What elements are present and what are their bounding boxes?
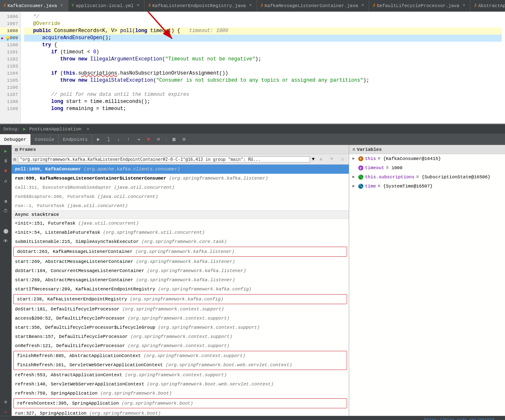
code-line-1104: if (this.subscriptions.hasNoSubscription… bbox=[24, 70, 502, 77]
frame-item[interactable]: poll:1099, KafkaConsumer (org.apache.kaf… bbox=[12, 165, 349, 174]
p-icon: p bbox=[358, 165, 363, 170]
tab-endpoints[interactable]: Endpoints bbox=[59, 134, 92, 145]
coverage-btn[interactable]: ◑ bbox=[2, 197, 10, 205]
tab-abstract-app-context[interactable]: J AbstractApplicationContext.java × bbox=[470, 0, 505, 12]
async-frame-item[interactable]: <init>:151, FutureTask (java.util.concur… bbox=[12, 219, 349, 228]
async-frame-item[interactable]: refresh:759, SpringApplication (org.spri… bbox=[12, 389, 349, 398]
async-frame-item[interactable]: start:269, AbstractMessageListenerContai… bbox=[12, 275, 349, 285]
pause-gutter-btn[interactable]: ⏸ bbox=[2, 157, 10, 165]
tab-console[interactable]: Console bbox=[31, 134, 59, 145]
async-frame-item[interactable]: startIfNecessary:289, KafkaListenerEndpo… bbox=[12, 285, 349, 294]
restart-gutter-btn[interactable]: ↺ bbox=[2, 177, 10, 185]
frame-item[interactable]: run:-1, FutureTask (java.util.concurrent… bbox=[12, 201, 349, 210]
debug-close-btn[interactable]: × bbox=[87, 127, 90, 132]
line-numbers: 1096 1097 1098 1099 ● 💡 1100 1101 1102 1… bbox=[0, 12, 21, 123]
java-icon-5: J bbox=[474, 3, 476, 8]
async-frame-item[interactable]: run:327, SpringApplication (org.springfr… bbox=[12, 409, 349, 416]
next-thread-btn[interactable]: ▼ bbox=[327, 155, 336, 163]
var-item-this[interactable]: ▶ t this = {KafkaConsumer@16415} bbox=[349, 154, 505, 163]
step-over-btn[interactable]: ⤵ bbox=[104, 135, 113, 144]
resume-btn[interactable]: ▶ bbox=[94, 135, 103, 144]
async-frame-item[interactable]: doStart:263, KafkaMessageListenerContain… bbox=[14, 247, 347, 256]
this-icon: t bbox=[358, 156, 363, 161]
code-line-1108: long start = time.milliseconds(); bbox=[24, 98, 502, 105]
debug-header: Debug: ▶ PostLoanApplication × bbox=[0, 124, 505, 134]
expand-icon[interactable]: ▶ bbox=[352, 155, 357, 162]
async-frame-item[interactable]: finishRefresh:885, AbstractApplicationCo… bbox=[14, 351, 347, 360]
code-line-1097: @Override bbox=[24, 20, 502, 28]
watches-btn[interactable]: 👁 bbox=[2, 237, 10, 245]
tab-kafka-consumer[interactable]: J KafkaConsumer.java × bbox=[0, 0, 68, 12]
code-line-1109: long remaining = timeout; bbox=[24, 105, 502, 112]
step-out-btn[interactable]: ↑ bbox=[124, 135, 133, 144]
frames-icon: ▤ bbox=[15, 147, 18, 152]
async-frame-item[interactable]: start:269, AbstractMessageListenerContai… bbox=[12, 257, 349, 266]
stop-gutter-btn[interactable]: ■ bbox=[2, 167, 10, 175]
async-frame-item[interactable]: finishRefresh:161, ServletWebServerAppli… bbox=[14, 360, 347, 370]
async-frame-item[interactable]: start:238, KafkaListenerEndpointRegistry… bbox=[14, 295, 347, 304]
prev-thread-btn[interactable]: ▲ bbox=[316, 155, 325, 163]
thread-expand-icon[interactable]: ▼ bbox=[312, 157, 315, 162]
stop-btn[interactable]: ■ bbox=[144, 135, 153, 144]
settings-gutter-btn[interactable]: ⚙ bbox=[2, 398, 10, 406]
resume-gutter-btn[interactable]: ▶ bbox=[2, 147, 10, 155]
delete-gutter-btn[interactable]: ✕ bbox=[2, 408, 10, 416]
async-frame-item[interactable]: startBeans:157, DefaultLifecycleProcesso… bbox=[12, 332, 349, 341]
tab-kafka-listener-registry[interactable]: J KafkaListenerEndpointRegistry.java × bbox=[145, 0, 257, 12]
copy-thread-btn[interactable]: ⊡ bbox=[338, 155, 347, 163]
tab-close-4[interactable]: × bbox=[461, 3, 467, 9]
status-bar: https://blog.csdn.net/nb193d... bbox=[0, 416, 505, 420]
code-line-1103 bbox=[24, 63, 502, 70]
frame-item[interactable]: run:699, KafkaMessageListenerContainer$L… bbox=[12, 174, 349, 183]
code-line-1098: public ConsumerRecords<K, V> poll(long t… bbox=[24, 28, 502, 35]
async-frame-item[interactable]: onRefresh:121, DefaultLifecycleProcessor… bbox=[12, 341, 349, 350]
sub-icon: 🔧 bbox=[358, 175, 363, 180]
async-frame-item[interactable]: doStart:181, DefaultLifecycleProcessor (… bbox=[12, 305, 349, 314]
tab-default-lifecycle[interactable]: J DefaultLifecycleProcessor.java × bbox=[369, 0, 470, 12]
tab-close-3[interactable]: × bbox=[360, 3, 365, 9]
run-to-cursor-btn[interactable]: ⇥ bbox=[134, 135, 143, 144]
thread-dropdown[interactable] bbox=[18, 156, 310, 162]
yml-icon: Y bbox=[72, 3, 74, 8]
editor-tab-bar: J KafkaConsumer.java × Y application-loc… bbox=[0, 0, 505, 12]
async-frame-item[interactable]: doStart:164, ConcurrentMessageListenerCo… bbox=[12, 266, 349, 275]
async-frame-item[interactable]: start:356, DefaultLifecycleProcessor$Lif… bbox=[12, 323, 349, 332]
frames-list: poll:1099, KafkaConsumer (org.apache.kaf… bbox=[12, 165, 349, 416]
async-frame-item[interactable]: submitListenable:215, SimpleAsyncTaskExe… bbox=[12, 237, 349, 246]
variables-panel-title: ≡ Variables bbox=[349, 145, 505, 154]
code-line-1107: // poll for new data until the timeout e… bbox=[24, 91, 502, 98]
var-item-timeout[interactable]: p timeout = 1000 bbox=[349, 163, 505, 172]
async-frame-item[interactable]: refresh:553, AbstractApplicationContext … bbox=[12, 370, 349, 380]
java-icon: J bbox=[3, 3, 6, 8]
expand-icon-3[interactable]: ▶ bbox=[352, 173, 357, 181]
async-frame-item[interactable]: access$200:52, DefaultLifecycleProcessor… bbox=[12, 314, 349, 323]
tab-close-0[interactable]: × bbox=[59, 3, 65, 9]
frame-item[interactable]: run$$$capture:266, FutureTask (java.util… bbox=[12, 192, 349, 201]
step-into-btn[interactable]: ↓ bbox=[114, 135, 123, 144]
expand-icon-4[interactable]: ▶ bbox=[352, 182, 357, 190]
breakpoints-btn[interactable]: ⬤ bbox=[2, 227, 10, 235]
async-frame-item[interactable]: refreshContext:395, SpringApplication (o… bbox=[14, 399, 347, 408]
tab-close-1[interactable]: × bbox=[135, 3, 141, 9]
code-line-1096: */ bbox=[24, 13, 502, 20]
tab-app-local[interactable]: Y application-local.yml × bbox=[68, 0, 145, 12]
var-item-subscriptions[interactable]: ▶ 🔧 this.subscriptions = {SubscriptionSt… bbox=[349, 172, 505, 182]
boxed-frame-start238: start:238, KafkaListenerEndpointRegistry… bbox=[13, 294, 347, 304]
async-frame-item[interactable]: refresh:140, ServletWebServerApplication… bbox=[12, 380, 349, 389]
variables-list: ▶ t this = {KafkaConsumer@16415} p timeo… bbox=[349, 154, 505, 191]
profiler-btn[interactable]: ⏱ bbox=[2, 207, 10, 215]
debug-panel: Debug: ▶ PostLoanApplication × Debugger … bbox=[0, 124, 505, 416]
var-item-time[interactable]: ▶ 🔧 time = {SystemTime@16507} bbox=[349, 182, 505, 191]
tab-close-2[interactable]: × bbox=[248, 3, 253, 9]
debug-main: ▤ Frames ⊞ ▼ ▲ ▼ ⊡ poll:1099 bbox=[12, 145, 505, 416]
show-frames-btn[interactable]: ▦ bbox=[170, 135, 179, 144]
frame-item[interactable]: call:311, Executors$RunnableAdapter (jav… bbox=[12, 183, 349, 192]
code-editor: 1096 1097 1098 1099 ● 💡 1100 1101 1102 1… bbox=[0, 12, 505, 124]
boxed-frame-dostart: doStart:263, KafkaMessageListenerContain… bbox=[13, 247, 347, 257]
mute-breakpoints-btn[interactable]: ⊘ bbox=[154, 135, 163, 144]
tab-debugger[interactable]: Debugger bbox=[0, 134, 31, 145]
code-line-1105: throw new IllegalStateException("Consume… bbox=[24, 77, 502, 84]
tab-kafka-message-container[interactable]: J KafkaMessageListenerContainer.java × bbox=[257, 0, 369, 12]
async-frame-item[interactable]: <init>:54, ListenableFutureTask (org.spr… bbox=[12, 228, 349, 237]
settings-btn[interactable]: ⚙ bbox=[180, 135, 189, 144]
